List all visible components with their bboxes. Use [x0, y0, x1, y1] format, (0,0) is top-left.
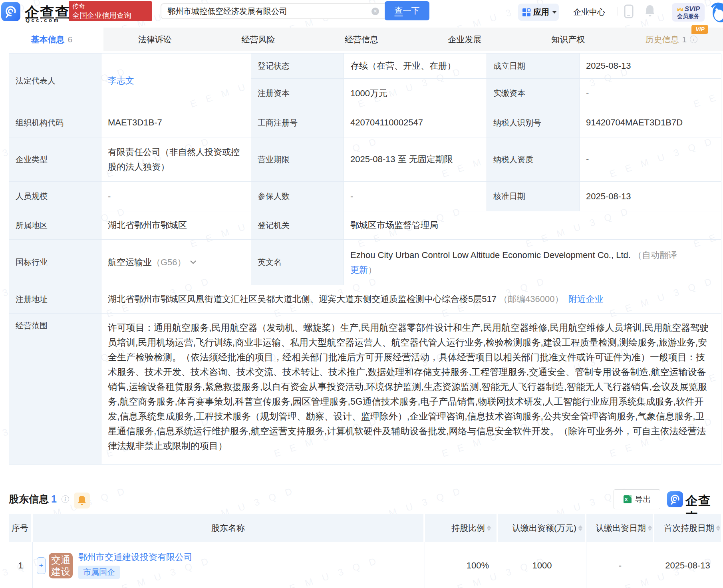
update-translation-link[interactable]: 更新 — [350, 265, 368, 275]
scope-label: 经营范围 — [9, 314, 101, 465]
insured-label: 参保人数 — [251, 182, 344, 211]
industry-label: 国标行业 — [9, 240, 101, 285]
staff-size-label: 人员规模 — [9, 182, 101, 211]
badge-line2: 全国企业信用查询 — [72, 10, 148, 20]
shareholders-count: 1 — [51, 493, 57, 505]
divider — [567, 7, 567, 16]
legal-rep-link[interactable]: 李志文 — [108, 75, 134, 87]
company-type-value: 有限责任公司（非自然人投资或控股的法人独资） — [101, 137, 251, 182]
clear-search-icon[interactable]: ✕ — [371, 8, 379, 15]
reg-status-value: 存续（在营、开业、在册） — [344, 54, 487, 79]
enterprise-center-link[interactable]: 企业中心 — [573, 7, 605, 18]
reg-status-label: 登记状态 — [251, 54, 344, 79]
apps-label: 应用 — [533, 7, 549, 18]
divider — [666, 6, 666, 17]
tab-legal[interactable]: 法律诉讼 — [103, 28, 207, 51]
svip-label: SVIP — [685, 5, 700, 13]
nearby-companies-link[interactable]: 附近企业 — [568, 294, 604, 304]
svg-text:X: X — [624, 497, 628, 503]
industry-value[interactable]: 航空运输业（G56） — [101, 240, 251, 285]
reg-capital-value: 1000万元 — [344, 79, 487, 108]
mascot-icon[interactable] — [711, 2, 723, 25]
company-info-table: 法定代表人 李志文 登记状态 存续（在营、开业、在册） 成立日期 2025-08… — [9, 53, 721, 464]
taxpayer-id-label: 纳税人识别号 — [487, 108, 580, 137]
staff-size-value: - — [101, 182, 251, 211]
col-first-date[interactable]: 首次持股日期 — [654, 514, 721, 542]
tab-history[interactable]: 历史信息1 i VIP — [620, 28, 723, 51]
chevron-down-icon — [552, 11, 557, 14]
tab-ip[interactable]: 知识产权 — [516, 28, 620, 51]
est-date-label: 成立日期 — [487, 54, 580, 79]
paid-capital-label: 实缴资本 — [487, 79, 580, 108]
search-button[interactable]: 查一下 — [385, 1, 429, 20]
org-code-value: MAET3D1B-7 — [101, 108, 251, 137]
row-first-date: 2025-08-13 — [654, 542, 721, 588]
region-label: 所属地区 — [9, 211, 101, 240]
export-button[interactable]: X 导出 — [614, 489, 660, 509]
legal-rep-label: 法定代表人 — [9, 54, 101, 108]
tab-bar: 基本信息6 法律诉讼 经营风险 经营信息 企业发展 知识产权 历史信息1 i V… — [0, 28, 723, 51]
badge-line1: 传奇 — [72, 2, 148, 10]
excel-icon: X — [623, 495, 632, 504]
col-ratio[interactable]: 持股比例 — [425, 514, 498, 542]
qcc-logo-icon[interactable] — [1, 2, 20, 21]
shareholder-name-link[interactable]: 鄂州市交通建设投资有限公司 — [78, 552, 193, 562]
col-amount[interactable]: 认缴出资额(万元) — [498, 514, 586, 542]
crown-icon — [677, 6, 683, 12]
row-amount: 1000 — [498, 542, 586, 588]
sort-icon[interactable] — [487, 525, 491, 531]
biz-term-value: 2025-08-13 至 无固定期限 — [344, 137, 487, 182]
org-code-label: 组织机构代码 — [9, 108, 101, 137]
tab-operation[interactable]: 经营信息 — [310, 28, 413, 51]
taxpayer-id-value: 91420704MAET3D1B7D — [580, 108, 721, 137]
shareholders-info-icon[interactable]: i — [62, 495, 69, 503]
svip-membership[interactable]: SVIP 会员服务 — [672, 3, 705, 22]
mobile-app-icon[interactable] — [624, 4, 634, 20]
tab-basic-info[interactable]: 基本信息6 — [0, 28, 103, 51]
chevron-down-icon — [190, 260, 196, 264]
col-date[interactable]: 认缴出资日期 — [586, 514, 654, 542]
region-value: 湖北省鄂州市鄂城区 — [101, 211, 251, 240]
tab-risk[interactable]: 经营风险 — [207, 28, 310, 51]
biz-reg-no-label: 工商注册号 — [251, 108, 344, 137]
history-info-icon[interactable]: i — [690, 36, 697, 43]
search-input[interactable]: 鄂州市城控低空经济发展有限公司 — [161, 3, 389, 19]
authority-label: 登记机关 — [251, 211, 344, 240]
address-value: 湖北省鄂州市鄂城区凤凰街道文汇社区吴都大道北侧、迎宾大道东侧交通质监检测中心综合… — [101, 285, 721, 314]
approval-date-value: 2025-08-13 — [580, 182, 721, 211]
row-date: - — [586, 542, 654, 588]
expand-button[interactable]: + — [37, 557, 46, 574]
sort-icon[interactable] — [578, 525, 582, 531]
address-label: 注册地址 — [9, 285, 101, 314]
tab-development[interactable]: 企业发展 — [413, 28, 516, 51]
scope-value: 许可项目：通用航空服务,民用航空器（发动机、螺旋桨）生产,民用航空器零部件设计和… — [101, 314, 721, 465]
english-name-value: Ezhou City Urban Control Low Altitude Ec… — [344, 240, 721, 285]
divider — [618, 7, 618, 16]
authority-value: 鄂城区市场监督管理局 — [344, 211, 721, 240]
company-type-label: 企业类型 — [9, 137, 101, 182]
qcc-logo-icon — [667, 491, 683, 507]
col-no: 序号 — [9, 514, 33, 542]
col-name: 股东名称 — [33, 514, 425, 542]
shareholder-row: 1 + 交通建设 鄂州市交通建设投资有限公司 市属国企 100% 1000 - … — [9, 542, 721, 588]
shareholder-avatar: 交通建设 — [49, 553, 73, 578]
shareholders-table-header: 序号 股东名称 持股比例 认缴出资额(万元) 认缴出资日期 首次持股日期 — [9, 514, 721, 542]
sort-icon[interactable] — [716, 525, 720, 531]
biz-reg-no-value: 420704110002547 — [344, 108, 487, 137]
paid-capital-value: - — [580, 79, 721, 108]
svip-sub-label: 会员服务 — [677, 13, 699, 20]
shareholders-subscribe-bell[interactable] — [74, 493, 90, 509]
vip-badge: VIP — [691, 25, 708, 34]
shareholder-tag: 市属国企 — [78, 566, 120, 579]
apps-grid-icon — [522, 8, 531, 17]
taxpayer-qual-value: - — [580, 137, 721, 182]
legal-rep-value: 李志文 — [101, 54, 251, 108]
search-query[interactable]: 鄂州市城控低空经济发展有限公司 — [167, 6, 287, 17]
english-name-label: 英文名 — [251, 240, 344, 285]
row-ratio: 100% — [425, 542, 498, 588]
notification-bell-icon[interactable] — [645, 4, 655, 20]
reg-capital-label: 注册资本 — [251, 79, 344, 108]
brand-slogan-badge: 传奇 全国企业信用查询 — [69, 1, 152, 21]
apps-menu[interactable]: 应用 — [518, 4, 559, 21]
sort-icon[interactable] — [648, 525, 652, 531]
